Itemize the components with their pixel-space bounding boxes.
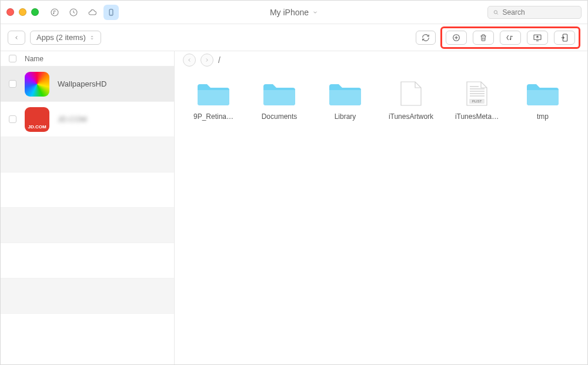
grid-item-label: Library	[335, 112, 356, 121]
close-window-button[interactable]	[6, 8, 14, 16]
path-forward-button[interactable]	[201, 54, 213, 67]
titlebar: My iPhone	[1, 1, 587, 24]
path-label: /	[218, 55, 220, 65]
back-button[interactable]	[8, 31, 25, 45]
grid-item-label: tmp	[537, 112, 549, 121]
breadcrumb-label: Apps (2 items)	[36, 33, 86, 42]
add-button[interactable]	[446, 31, 467, 45]
app-name-label: WallpapersHD	[58, 79, 106, 88]
grid-item[interactable]: Documents	[246, 78, 312, 143]
history-source-icon[interactable]	[66, 5, 81, 20]
grid-item-label: 9P_Retina…	[193, 112, 233, 121]
grid-item[interactable]: iTunesArtwork	[378, 78, 444, 143]
plist-icon	[459, 78, 495, 108]
action-group-highlight	[440, 26, 580, 49]
device-name: My iPhone	[270, 8, 309, 17]
chevron-left-icon	[14, 34, 19, 41]
cloud-source-icon[interactable]	[85, 5, 100, 20]
folder-icon	[195, 78, 232, 108]
path-bar: /	[175, 51, 587, 69]
sidebar: Name WallpapersHD JD.COM JD.COM	[1, 51, 175, 365]
svg-point-4	[111, 14, 111, 14]
to-computer-button[interactable]	[527, 31, 548, 45]
to-itunes-button[interactable]	[500, 31, 521, 45]
search-icon	[493, 9, 499, 16]
file-icon	[393, 78, 429, 108]
grid-item[interactable]: iTunesMeta…	[444, 78, 510, 143]
empty-row	[1, 137, 174, 172]
app-icon-rainbow	[25, 72, 49, 97]
grid-item[interactable]: 9P_Retina…	[181, 78, 246, 143]
empty-row	[1, 243, 174, 278]
empty-row	[1, 278, 174, 314]
row-checkbox[interactable]	[9, 115, 16, 123]
select-all-checkbox[interactable]	[9, 55, 16, 62]
refresh-button[interactable]	[416, 31, 436, 45]
to-computer-icon	[532, 33, 543, 42]
zoom-window-button[interactable]	[31, 8, 39, 16]
search-field[interactable]	[487, 6, 582, 19]
grid-item[interactable]: Library	[312, 78, 378, 143]
minimize-window-button[interactable]	[19, 8, 26, 16]
empty-row	[1, 172, 174, 208]
grid-item-label: iTunesMeta…	[455, 112, 499, 121]
row-checkbox[interactable]	[9, 80, 16, 88]
column-name-header: Name	[25, 55, 44, 63]
to-itunes-icon	[505, 33, 516, 42]
device-source-icon[interactable]	[103, 5, 119, 20]
grid-item-label: iTunesArtwork	[389, 112, 433, 121]
svg-point-12	[510, 38, 511, 39]
sidebar-header: Name	[1, 51, 174, 67]
toolbar: Apps (2 items)	[1, 24, 587, 51]
file-grid: 9P_Retina…DocumentsLibraryiTunesArtworki…	[175, 69, 587, 365]
window-controls	[6, 8, 39, 16]
delete-button[interactable]	[473, 31, 494, 45]
folder-icon	[327, 78, 363, 108]
path-back-button[interactable]	[183, 54, 196, 67]
search-input[interactable]	[503, 8, 576, 16]
svg-line-6	[497, 13, 498, 14]
source-icons	[47, 5, 119, 20]
app-row[interactable]: WallpapersHD	[1, 67, 174, 102]
arrow-right-icon	[204, 57, 210, 63]
split-pane: Name WallpapersHD JD.COM JD.COM /	[1, 51, 587, 365]
empty-row	[1, 208, 174, 243]
arrow-left-icon	[186, 57, 192, 63]
breadcrumb-dropdown[interactable]: Apps (2 items)	[30, 31, 101, 45]
app-row[interactable]: JD.COM JD.COM	[1, 102, 174, 137]
to-device-icon	[560, 33, 569, 42]
svg-point-0	[51, 9, 58, 16]
trash-icon	[479, 33, 487, 42]
folder-icon	[261, 78, 298, 108]
music-source-icon[interactable]	[47, 5, 62, 20]
grid-item[interactable]: tmp	[510, 78, 576, 143]
svg-point-1	[53, 12, 54, 14]
grid-item-label: Documents	[262, 112, 298, 121]
updown-icon	[89, 34, 95, 42]
plus-circle-icon	[452, 33, 461, 42]
folder-icon	[524, 78, 561, 108]
empty-row	[1, 314, 174, 365]
app-name-label: JD.COM	[58, 115, 87, 124]
device-dropdown[interactable]: My iPhone	[270, 8, 318, 17]
app-icon-jd: JD.COM	[25, 107, 49, 132]
chevron-down-icon	[312, 9, 318, 15]
main-pane: / 9P_Retina…DocumentsLibraryiTunesArtwor…	[175, 51, 587, 365]
refresh-icon	[421, 34, 430, 42]
svg-point-5	[494, 10, 497, 13]
to-device-button[interactable]	[554, 31, 575, 45]
